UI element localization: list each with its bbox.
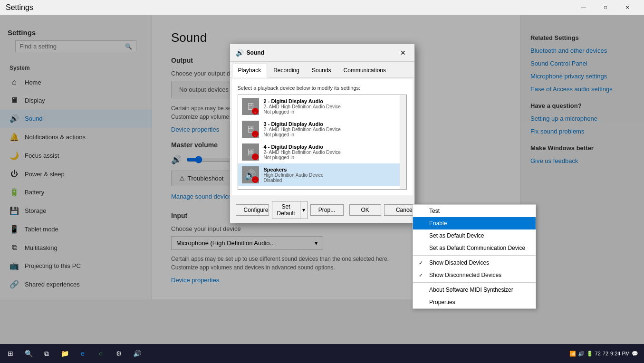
minimize-button[interactable]: — <box>573 0 595 15</box>
taskbar-battery-icon[interactable]: 🔋 <box>586 351 593 357</box>
taskbar-left: ⊞ 🔍 ⧉ 📁 e ○ ⚙ 🔊 <box>2 345 145 362</box>
dialog-close-button[interactable]: ✕ <box>397 48 409 57</box>
dialog-instruction: Select a playback device below to modify… <box>238 85 407 91</box>
context-menu: Test Enable Set as Default Device Set as… <box>413 204 536 309</box>
ctx-enable[interactable]: Enable <box>413 217 536 229</box>
taskbar: ⊞ 🔍 ⧉ 📁 e ○ ⚙ 🔊 📶 🔊 🔋 72 72 9:24 PM 💬 <box>0 344 644 363</box>
device-status-1: Not plugged in <box>264 109 403 115</box>
ctx-show-disabled[interactable]: ✓ Show Disabled Devices <box>413 257 536 269</box>
taskbar-time[interactable]: 9:24 PM <box>610 351 630 356</box>
device-item-4[interactable]: 🔊 ↓ Speakers High Definition Audio Devic… <box>238 163 406 186</box>
file-explorer-button[interactable]: 📁 <box>56 345 73 362</box>
device-item-2[interactable]: 🖥 ↓ 3 - Digital Display Audio 2- AMD Hig… <box>238 118 406 141</box>
dialog-sound-icon: 🔊 <box>236 49 244 57</box>
device-sub-4: High Definition Audio Device <box>264 172 403 178</box>
tab-sounds[interactable]: Sounds <box>306 64 337 77</box>
dialog-title-bar: 🔊 Sound ✕ <box>230 44 414 62</box>
ctx-properties[interactable]: Properties <box>413 296 536 308</box>
ok-button[interactable]: OK <box>349 204 381 216</box>
device-icon-4: 🔊 ↓ <box>242 166 259 183</box>
title-bar-text: Settings <box>6 3 33 12</box>
ctx-set-comm-label: Set as Default Communication Device <box>429 245 530 251</box>
ctx-enable-label: Enable <box>429 220 530 227</box>
ctx-properties-label: Properties <box>429 299 530 306</box>
close-button[interactable]: ✕ <box>616 0 638 15</box>
edge-button[interactable]: e <box>74 345 91 362</box>
device-badge-2: ↓ <box>252 131 259 137</box>
start-button[interactable]: ⊞ <box>2 345 19 362</box>
dialog-body: Select a playback device below to modify… <box>232 79 413 195</box>
device-badge-3: ↓ <box>252 153 259 160</box>
ctx-about-midi-label: About Software MIDI Synthesizer <box>429 287 530 293</box>
taskbar-battery-pct: 72 <box>595 351 601 356</box>
set-default-button[interactable]: Set Default <box>272 201 300 219</box>
device-status-3: Not plugged in <box>264 155 403 160</box>
device-status-4: Disabled <box>264 178 403 183</box>
device-sub-1: 2- AMD High Definition Audio Device <box>264 104 403 109</box>
sound-taskbar-button[interactable]: 🔊 <box>128 345 145 362</box>
device-icon-3: 🖥 ↓ <box>242 143 259 161</box>
device-icon-5: 🔊 ↓ <box>242 189 259 190</box>
title-bar: Settings — □ ✕ <box>0 0 644 15</box>
set-default-arrow-button[interactable]: ▾ <box>300 201 308 219</box>
device-info-1: 2 - Digital Display Audio 2- AMD High De… <box>264 98 403 115</box>
ctx-test-label: Test <box>429 208 530 214</box>
ctx-show-disconnected-label: Show Disconnected Devices <box>429 272 530 278</box>
device-info-2: 3 - Digital Display Audio 2- AMD High De… <box>264 121 403 137</box>
device-icon-1: 🖥 ↓ <box>242 98 259 115</box>
ctx-separator-1 <box>413 255 536 256</box>
notification-icon[interactable]: 💬 <box>632 351 638 357</box>
device-sub-3: 2- AMD High Definition Audio Device <box>264 150 403 155</box>
scrollbar-track[interactable] <box>400 95 406 189</box>
ctx-about-midi[interactable]: About Software MIDI Synthesizer <box>413 284 536 296</box>
settings-taskbar-button[interactable]: ⚙ <box>110 345 127 362</box>
ctx-set-default[interactable]: Set as Default Device <box>413 229 536 242</box>
tab-playback[interactable]: Playback <box>232 64 268 77</box>
search-taskbar-button[interactable]: 🔍 <box>20 345 37 362</box>
device-sub-2: 2- AMD High Definition Audio Device <box>264 127 403 132</box>
chrome-button[interactable]: ○ <box>92 345 109 362</box>
device-info-4: Speakers High Definition Audio Device Di… <box>264 167 403 183</box>
device-item-5[interactable]: 🔊 ↓ Speakers High Definition Audio Devic… <box>238 186 406 190</box>
device-item-3[interactable]: 🖥 ↓ 4 - Digital Display Audio 2- AMD Hig… <box>238 141 406 163</box>
ctx-set-comm[interactable]: Set as Default Communication Device <box>413 242 536 254</box>
taskbar-clock: 9:24 PM <box>610 351 630 356</box>
configure-button[interactable]: Configure <box>236 204 269 216</box>
taskbar-right: 📶 🔊 🔋 72 72 9:24 PM 💬 <box>569 351 642 357</box>
device-name-2: 3 - Digital Display Audio <box>264 121 403 127</box>
device-list[interactable]: 🖥 ↓ 2 - Digital Display Audio 2- AMD Hig… <box>238 95 407 190</box>
taskbar-volume-icon[interactable]: 🔊 <box>578 351 585 357</box>
device-status-2: Not plugged in <box>264 132 403 137</box>
dialog-title-text: Sound <box>247 49 394 56</box>
device-badge-1: ↓ <box>252 108 259 115</box>
set-default-split: Set Default ▾ <box>272 201 308 219</box>
device-name-4: Speakers <box>264 167 403 172</box>
dialog-tabs: Playback Recording Sounds Communications <box>230 62 414 77</box>
properties-button[interactable]: Prop... <box>310 204 344 216</box>
task-view-button[interactable]: ⧉ <box>38 345 55 362</box>
ctx-show-disconnected[interactable]: ✓ Show Disconnected Devices <box>413 269 536 281</box>
device-icon-2: 🖥 ↓ <box>242 121 259 138</box>
tab-communications[interactable]: Communications <box>337 64 392 77</box>
device-name-3: 4 - Digital Display Audio <box>264 144 403 150</box>
device-item-1[interactable]: 🖥 ↓ 2 - Digital Display Audio 2- AMD Hig… <box>238 95 406 118</box>
ctx-test[interactable]: Test <box>413 205 536 217</box>
sound-dialog: 🔊 Sound ✕ Playback Recording Sounds Comm… <box>230 44 415 223</box>
ctx-show-disabled-label: Show Disabled Devices <box>429 259 530 266</box>
dialog-footer: Configure Set Default ▾ Prop... OK Cance… <box>230 197 414 223</box>
device-info-3: 4 - Digital Display Audio 2- AMD High De… <box>264 144 403 160</box>
tab-recording[interactable]: Recording <box>267 64 306 77</box>
ctx-show-disabled-check: ✓ <box>419 260 426 266</box>
dialog-overlay: 🔊 Sound ✕ Playback Recording Sounds Comm… <box>0 15 644 344</box>
ctx-separator-2 <box>413 282 536 283</box>
taskbar-brightness: 72 <box>603 351 608 356</box>
device-name-1: 2 - Digital Display Audio <box>264 98 403 104</box>
taskbar-network-icon[interactable]: 📶 <box>569 351 576 357</box>
maximize-button[interactable]: □ <box>595 0 616 15</box>
ctx-show-disconnected-check: ✓ <box>419 272 426 278</box>
device-badge-4: ↓ <box>252 176 259 183</box>
ctx-set-default-label: Set as Default Device <box>429 232 530 239</box>
